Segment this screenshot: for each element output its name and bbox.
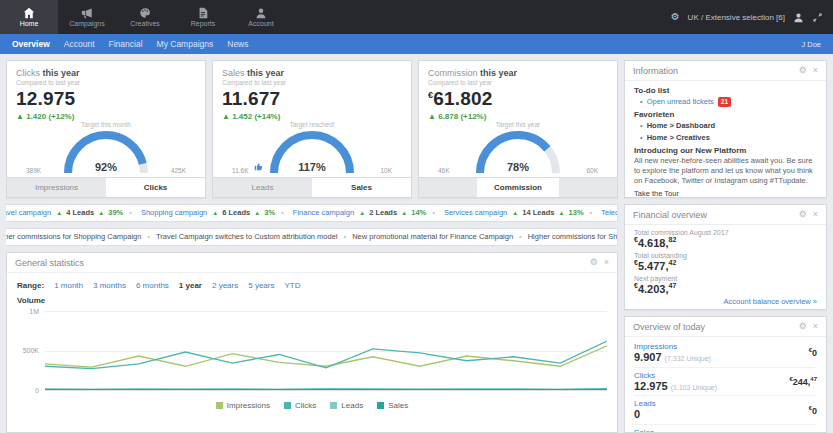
logged-in-user[interactable]: J Doe	[801, 40, 821, 49]
nav-item-account[interactable]: Account	[232, 0, 290, 34]
legend-item[interactable]: Leads	[330, 401, 363, 410]
target-gauge: Target this month 92% 389K 425K	[16, 121, 196, 173]
ticker-news-item: Travel Campaign switches to Custom attri…	[156, 232, 337, 241]
palette-icon	[139, 7, 151, 19]
range-row: Range: 1 month3 months6 months1 year2 ye…	[17, 281, 607, 290]
target-gauge: Target reached! 117% 11.6K 10K	[222, 121, 402, 173]
card-delta: ▲ 6.878 (+12%)	[428, 112, 608, 121]
nav-item-home[interactable]: Home	[0, 0, 58, 34]
top-nav: Home Campaigns Creatives Reports Account…	[0, 0, 833, 34]
nav-item-creatives[interactable]: Creatives	[116, 0, 174, 34]
ticker-leads-count: 14 Leads	[520, 208, 556, 217]
y-axis: 1M 500K 0	[17, 311, 45, 391]
fullscreen-expand-icon[interactable]	[812, 12, 823, 23]
nav-label: Campaigns	[69, 20, 104, 27]
unique-count: (1.102 Unique)	[671, 384, 717, 391]
ticker-campaign-link[interactable]: Shopping campaign	[141, 208, 207, 217]
gauge-min-label: 46K	[438, 167, 450, 174]
bullet-icon: •	[640, 120, 643, 131]
report-document-icon	[197, 7, 209, 19]
today-row-leads: Leads 0 €0	[634, 396, 817, 425]
favorites-heading: Favorieten	[634, 110, 817, 119]
open-unread-tickets-link[interactable]: Open unread tickets	[647, 96, 714, 107]
today-row-label[interactable]: Clicks	[634, 371, 789, 380]
panel-gear-icon[interactable]: ⚙	[799, 210, 807, 219]
panel-gear-icon[interactable]: ⚙	[799, 66, 807, 75]
financial-row-label: Total outstanding	[634, 252, 817, 259]
nav-item-campaigns[interactable]: Campaigns	[58, 0, 116, 34]
today-row-impressions: Impressions 9.907 (7.332 Unique) €0	[634, 339, 817, 368]
tab-clicks[interactable]: Clicks	[106, 178, 205, 197]
range-option[interactable]: 5 years	[248, 281, 274, 290]
subnav-item-account[interactable]: Account	[64, 39, 95, 49]
range-option[interactable]: 2 years	[212, 281, 238, 290]
panel-close-icon[interactable]: ×	[813, 66, 818, 75]
range-option[interactable]: 1 month	[54, 281, 83, 290]
today-row-amount: €0	[809, 405, 817, 416]
chart-plot-area	[45, 311, 607, 391]
card-delta: ▲ 1.420 (+12%)	[16, 112, 196, 121]
panel-gear-icon[interactable]: ⚙	[590, 258, 598, 267]
legend-item[interactable]: Sales	[377, 401, 408, 410]
todo-heading: To-do list	[634, 86, 817, 95]
range-option[interactable]: YTD	[284, 281, 300, 290]
subnav-item-news[interactable]: News	[227, 39, 248, 49]
today-row-label[interactable]: Sales	[634, 428, 817, 433]
card-value: €61.802	[428, 88, 608, 110]
settings-gear-icon[interactable]: ⚙	[671, 12, 680, 22]
ticker-news-item: New promotional material for Finance Cam…	[352, 232, 513, 241]
legend-item[interactable]: Impressions	[216, 401, 270, 410]
intro-heading: Introducing our New Platform	[634, 146, 817, 155]
card-compare-note: Compared to last year	[428, 79, 608, 86]
card-compare-note: Compared to last year	[222, 79, 402, 86]
panel-close-icon[interactable]: ×	[813, 210, 818, 219]
ticker-news-item: Higher commissions for Shopping Campaign	[528, 232, 618, 241]
gauge-title: Target reached!	[222, 121, 402, 128]
ticker-campaign-link[interactable]: Travel campaign	[6, 208, 51, 217]
user-menu-icon[interactable]	[793, 12, 804, 23]
favorite-link[interactable]: Home > Creatives	[647, 132, 710, 143]
ticker-leads-count: 2 Leads	[367, 208, 399, 217]
tab-commission[interactable]: Commission	[477, 178, 560, 197]
card-metric: Clicks	[16, 68, 40, 78]
subnav-item-overview[interactable]: Overview	[12, 39, 50, 49]
tab-impressions[interactable]: Impressions	[7, 178, 106, 197]
today-row-clicks: Clicks 12.975 (1.102 Unique) €244,47	[634, 368, 817, 397]
bullet-separator-icon: •	[281, 208, 284, 217]
today-row-label[interactable]: Leads	[634, 399, 809, 408]
range-option[interactable]: 1 year	[179, 281, 202, 290]
legend-item[interactable]: Clicks	[284, 401, 316, 410]
bullet-separator-icon: •	[432, 208, 435, 217]
right-column: Information ⚙ × To-do list • Open unread…	[624, 60, 827, 433]
account-balance-overview-link[interactable]: Account balance overview »	[634, 297, 817, 306]
range-option[interactable]: 3 months	[93, 281, 126, 290]
panel-gear-icon[interactable]: ⚙	[799, 322, 807, 331]
bullet-separator-icon: •	[129, 208, 132, 217]
nav-item-reports[interactable]: Reports	[174, 0, 232, 34]
panel-close-icon[interactable]: ×	[604, 258, 609, 267]
tab-sales[interactable]: Sales	[312, 178, 411, 197]
megaphone-icon	[81, 7, 93, 19]
favorite-link[interactable]: Home > Dashboard	[647, 120, 716, 131]
range-option[interactable]: 6 months	[136, 281, 169, 290]
gauge-max-label: 425K	[171, 167, 186, 174]
panel-title: Financial overview	[633, 210, 707, 220]
take-the-tour-link[interactable]: Take the Tour	[634, 189, 679, 198]
ticker-campaign-link[interactable]: Finance campaign	[293, 208, 354, 217]
legend-swatch-icon	[284, 402, 291, 409]
panel-close-icon[interactable]: ×	[813, 322, 818, 331]
region-selector[interactable]: UK / Extensive selection [6]	[688, 13, 785, 22]
stat-card-commission: Commission this year Compared to last ye…	[418, 60, 618, 198]
up-arrow-icon: ▲	[254, 210, 260, 216]
financial-overview-panel: Financial overview ⚙ × Total commission …	[624, 204, 827, 310]
today-row-sales: Sales	[634, 425, 817, 433]
today-row-label[interactable]: Impressions	[634, 342, 809, 351]
subnav-item-my-campaigns[interactable]: My Campaigns	[157, 39, 214, 49]
subnav-item-financial[interactable]: Financial	[109, 39, 143, 49]
ticker-campaign-link[interactable]: Telecom campaign	[601, 208, 618, 217]
legend-label: Sales	[388, 401, 408, 410]
up-arrow-icon: ▲	[359, 210, 365, 216]
ticker-campaign-link[interactable]: Services campaign	[444, 208, 507, 217]
tab-leads[interactable]: Leads	[213, 178, 312, 197]
intro-text: All new never-before-seen abilities awai…	[634, 156, 817, 186]
